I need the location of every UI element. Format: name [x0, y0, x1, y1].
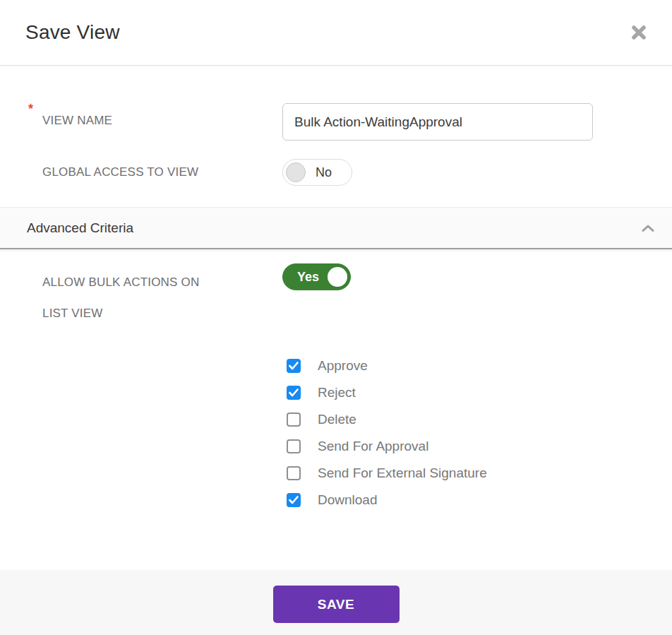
advanced-criteria-header[interactable]: Advanced Criteria — [0, 207, 672, 249]
checkbox[interactable] — [287, 439, 301, 453]
checkbox[interactable] — [287, 493, 301, 507]
global-access-toggle[interactable]: No — [282, 159, 352, 186]
modal-header: Save View — [0, 0, 672, 66]
bulk-action-item[interactable]: Delete — [287, 406, 672, 433]
modal-title: Save View — [25, 21, 120, 44]
chevron-up-icon[interactable] — [641, 224, 655, 232]
toggle-label: No — [316, 165, 332, 180]
bulk-actions-list: Approve Reject Delete — [287, 352, 672, 514]
toggle-knob — [286, 162, 306, 182]
bulk-action-label: Reject — [318, 385, 356, 400]
checkbox[interactable] — [287, 359, 301, 373]
bulk-action-label: Approve — [318, 358, 368, 374]
toggle-knob — [328, 267, 347, 287]
bulk-action-item[interactable]: Download — [287, 487, 672, 514]
view-name-label-wrap: * VIEW NAME — [0, 103, 282, 128]
required-asterisk: * — [28, 102, 33, 117]
bulk-action-item[interactable]: Send For Approval — [287, 433, 672, 460]
bulk-actions-row: ALLOW BULK ACTIONS ON LIST VIEW Yes — [0, 263, 672, 329]
view-name-row: * VIEW NAME — [0, 103, 672, 141]
checkbox[interactable] — [287, 386, 301, 400]
bulk-action-item[interactable]: Reject — [287, 379, 672, 406]
modal-footer: SAVE — [0, 570, 672, 635]
toggle-label: Yes — [297, 270, 319, 285]
close-icon[interactable] — [628, 22, 649, 43]
form-top-section: * VIEW NAME GLOBAL ACCESS TO VIEW No — [0, 66, 672, 186]
bulk-actions-label-line2: LIST VIEW — [42, 298, 282, 329]
advanced-criteria-section: ALLOW BULK ACTIONS ON LIST VIEW Yes Appr… — [0, 249, 672, 570]
save-button[interactable]: SAVE — [273, 586, 400, 623]
save-view-modal: Save View * VIEW NAME GLOBAL ACCESS TO V… — [0, 0, 672, 635]
checkbox[interactable] — [287, 466, 301, 480]
checkbox[interactable] — [287, 413, 301, 427]
global-access-row: GLOBAL ACCESS TO VIEW No — [0, 159, 672, 186]
bulk-action-label: Delete — [318, 412, 356, 427]
bulk-action-label: Download — [318, 492, 378, 508]
view-name-label: VIEW NAME — [42, 114, 112, 127]
bulk-actions-label-line1: ALLOW BULK ACTIONS ON — [42, 267, 282, 298]
bulk-actions-label-wrap: ALLOW BULK ACTIONS ON LIST VIEW — [0, 263, 282, 329]
bulk-action-label: Send For External Signature — [318, 465, 487, 481]
view-name-input[interactable] — [282, 103, 593, 141]
bulk-action-item[interactable]: Approve — [287, 352, 672, 379]
global-access-label: GLOBAL ACCESS TO VIEW — [42, 165, 198, 179]
bulk-action-item[interactable]: Send For External Signature — [287, 460, 672, 487]
bulk-action-label: Send For Approval — [318, 439, 428, 454]
bulk-actions-toggle[interactable]: Yes — [282, 263, 351, 290]
global-access-label-wrap: GLOBAL ACCESS TO VIEW — [0, 165, 282, 179]
advanced-criteria-title: Advanced Criteria — [27, 220, 133, 236]
